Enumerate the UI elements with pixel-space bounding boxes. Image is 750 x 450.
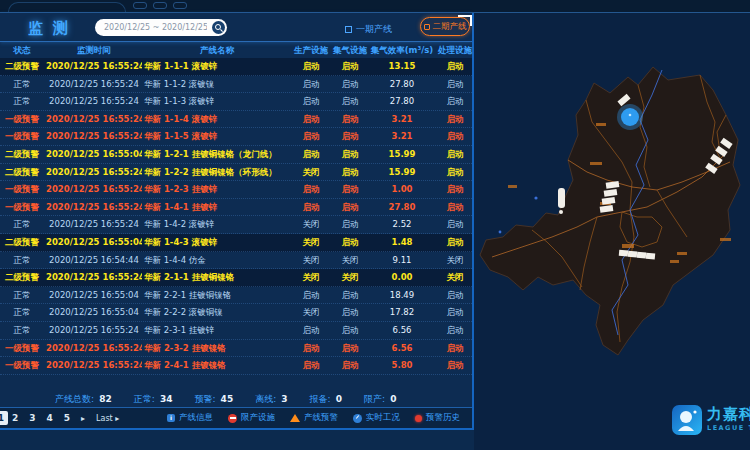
row-time: 2020/12/25 16:55:04: [46, 234, 142, 252]
page-button[interactable]: 2: [12, 413, 18, 423]
row-status: 正常: [0, 304, 44, 322]
table-row[interactable]: 一级预警 2020/12/25 16:55:24 华新 1-1-4 滚镀锌 启动…: [0, 111, 472, 129]
window-control-ghost: [133, 2, 147, 9]
summary-label: 正常: [134, 394, 152, 404]
table-row[interactable]: 正常 2020/12/25 16:55:24 华新 1-1-2 滚镀镍 启动 启…: [0, 76, 472, 94]
row-treatment-state: 启动: [437, 322, 473, 340]
row-treatment-state: 启动: [437, 216, 473, 234]
window-control-ghost: [173, 2, 187, 9]
row-gas-state: 启动: [331, 76, 369, 94]
top-strip: [0, 0, 750, 13]
row-efficiency: 1.00: [370, 181, 434, 199]
table-row[interactable]: 二级预警 2020/12/25 16:55:24 华新 1-1-1 滚镀锌 启动…: [0, 58, 472, 76]
table-row[interactable]: 正常 2020/12/25 16:55:04 华新 2-2-1 挂镀铜镍铬 启动…: [0, 287, 472, 305]
checkbox-icon: [345, 26, 352, 33]
row-line-name: 华新 1-1-1 滚镀锌: [144, 58, 290, 76]
row-status: 二级预警: [0, 269, 44, 287]
col-status: 状态: [0, 42, 44, 60]
row-line-name: 华新 1-1-2 滚镀镍: [144, 76, 290, 94]
row-production-state: 启动: [292, 287, 330, 305]
row-line-name: 华新 2-4-1 挂镀镍铬: [144, 357, 290, 375]
page-button-active[interactable]: 1: [0, 411, 8, 425]
tri-icon: [290, 414, 300, 422]
table-row[interactable]: 一级预警 2020/12/25 16:55:24 华新 1-4-1 挂镀锌 启动…: [0, 199, 472, 217]
map-legend: i产线信息 限产设施 产线预警 实时工况 预警历史: [167, 412, 472, 424]
summary-item: 报备: 0: [310, 393, 342, 406]
legend-item[interactable]: i产线信息: [167, 412, 213, 424]
page-button[interactable]: 4: [47, 413, 53, 423]
monitoring-table-panel: 监测 一期产线 二期产线 状态 监测时间 产线名称 生产设施 集气设施 集气效率…: [0, 13, 474, 430]
row-time: 2020/12/25 16:55:24: [46, 322, 142, 340]
table-row[interactable]: 一级预警 2020/12/25 16:55:24 华新 2-4-1 挂镀镍铬 启…: [0, 357, 472, 375]
row-line-name: 华新 2-2-1 挂镀铜镍铬: [144, 287, 290, 305]
row-status: 二级预警: [0, 146, 44, 164]
table-row[interactable]: 正常 2020/12/25 16:54:44 华新 1-4-4 仿金 关闭 关闭…: [0, 252, 472, 270]
row-gas-state: 启动: [331, 216, 369, 234]
legend-item[interactable]: 限产设施: [228, 412, 275, 424]
row-treatment-state: 启动: [437, 357, 473, 375]
row-line-name: 华新 1-1-4 滚镀锌: [144, 111, 290, 129]
row-treatment-state: 启动: [437, 128, 473, 146]
row-gas-state: 启动: [331, 93, 369, 111]
summary-label: 预警: [194, 394, 212, 404]
corner-bracket-decoration: [458, 15, 472, 26]
row-treatment-state: 启动: [437, 146, 473, 164]
table-row[interactable]: 二级预警 2020/12/25 16:55:04 华新 1-2-1 挂镀铜镍铬（…: [0, 146, 472, 164]
row-time: 2020/12/25 16:55:04: [46, 287, 142, 305]
summary-item: 预警: 45: [194, 393, 233, 406]
row-treatment-state: 启动: [437, 287, 473, 305]
table-row[interactable]: 一级预警 2020/12/25 16:55:24 华新 2-3-2 挂镀镍铬 启…: [0, 340, 472, 358]
row-line-name: 华新 1-1-5 滚镀锌: [144, 128, 290, 146]
search-icon[interactable]: [212, 21, 225, 34]
table-row[interactable]: 一级预警 2020/12/25 16:55:24 华新 1-2-3 挂镀锌 启动…: [0, 181, 472, 199]
gauge-icon: [353, 414, 362, 423]
search-input[interactable]: [95, 19, 207, 36]
row-production-state: 启动: [292, 181, 330, 199]
page-button[interactable]: 5: [64, 413, 70, 423]
table-row[interactable]: 正常 2020/12/25 16:55:24 华新 1-1-3 滚镀锌 启动 启…: [0, 93, 472, 111]
table-row[interactable]: 正常 2020/12/25 16:55:04 华新 2-2-2 滚镀铜镍 关闭 …: [0, 304, 472, 322]
row-status: 二级预警: [0, 164, 44, 182]
map-canvas[interactable]: [474, 13, 750, 450]
row-status: 正常: [0, 93, 44, 111]
map-marker[interactable]: [617, 104, 643, 130]
row-time: 2020/12/25 16:55:24: [46, 216, 142, 234]
row-status: 一级预警: [0, 357, 44, 375]
summary-value: 82: [96, 394, 112, 404]
page-button[interactable]: 3: [29, 413, 35, 423]
summary-value: 0: [333, 394, 342, 404]
row-treatment-state: 关闭: [437, 252, 473, 270]
phase1-label: 一期产线: [356, 23, 392, 36]
next-page-button[interactable]: ▸: [81, 414, 85, 423]
table-row[interactable]: 二级预警 2020/12/25 16:55:24 华新 2-1-1 挂镀铜镍铬 …: [0, 269, 472, 287]
row-line-name: 华新 2-3-1 挂镀锌: [144, 322, 290, 340]
legend-label: 产线预警: [304, 412, 338, 424]
monitoring-dashboard: { "colors":{ "accent_blue":"#3ea2ff","wa…: [0, 0, 750, 450]
col-treatment: 处理设施: [437, 42, 473, 60]
last-page-button[interactable]: Last ▸: [96, 414, 119, 423]
legend-item[interactable]: 预警历史: [415, 412, 460, 424]
legend-item[interactable]: 产线预警: [290, 412, 338, 424]
page-title: 监测: [28, 19, 78, 38]
summary-row: 产线总数: 82 正常: 34 预警: 45 离线: 3 报备: 0 限产: 0: [0, 392, 472, 407]
table-row[interactable]: 正常 2020/12/25 16:55:24 华新 2-3-1 挂镀锌 启动 启…: [0, 322, 472, 340]
row-production-state: 启动: [292, 58, 330, 76]
col-efficiency: 集气效率(m³/s): [370, 42, 434, 60]
table-header: 状态 监测时间 产线名称 生产设施 集气设施 集气效率(m³/s) 处理设施: [0, 42, 472, 58]
row-efficiency: 1.48: [370, 234, 434, 252]
table-row[interactable]: 二级预警 2020/12/25 16:55:24 华新 1-2-2 挂镀铜镍铬（…: [0, 164, 472, 182]
row-gas-state: 启动: [331, 304, 369, 322]
legend-item[interactable]: 实时工况: [353, 412, 400, 424]
table-row[interactable]: 正常 2020/12/25 16:55:24 华新 1-4-2 滚镀锌 关闭 启…: [0, 216, 472, 234]
table-row[interactable]: 二级预警 2020/12/25 16:55:04 华新 1-4-3 滚镀锌 关闭…: [0, 234, 472, 252]
phase1-checkbox[interactable]: 一期产线: [345, 23, 392, 36]
poi-marker: [558, 188, 565, 208]
district-map[interactable]: [474, 13, 750, 450]
table-row[interactable]: 一级预警 2020/12/25 16:55:24 华新 1-1-5 滚镀锌 启动…: [0, 128, 472, 146]
row-efficiency: 27.80: [370, 93, 434, 111]
row-production-state: 关闭: [292, 304, 330, 322]
row-line-name: 华新 1-4-1 挂镀锌: [144, 199, 290, 217]
row-gas-state: 启动: [331, 111, 369, 129]
row-treatment-state: 关闭: [437, 269, 473, 287]
row-status: 正常: [0, 76, 44, 94]
